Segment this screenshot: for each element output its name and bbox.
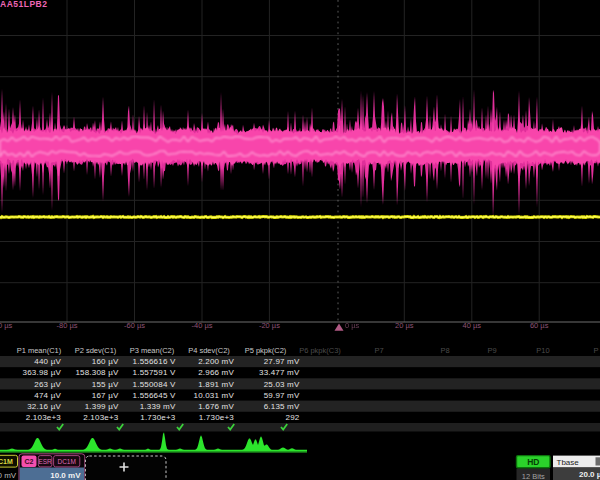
svg-text:P5 pkpk(C2): P5 pkpk(C2)	[245, 346, 287, 355]
svg-text:C2: C2	[25, 458, 34, 465]
svg-text:27.97 mV: 27.97 mV	[264, 357, 300, 366]
svg-text:363.98 µV: 363.98 µV	[23, 368, 62, 377]
svg-text:25.03 mV: 25.03 mV	[264, 380, 300, 389]
svg-text:440 µV: 440 µV	[34, 357, 61, 366]
svg-text:59.97 mV: 59.97 mV	[264, 391, 300, 400]
svg-text:-100 µs: -100 µs	[0, 321, 13, 330]
svg-text:1.556616 V: 1.556616 V	[133, 357, 176, 366]
svg-text:0 µs: 0 µs	[345, 321, 360, 330]
svg-text:1.339 mV: 1.339 mV	[140, 402, 176, 411]
svg-text:158.308 µV: 158.308 µV	[75, 368, 119, 377]
svg-text:2.966 mV: 2.966 mV	[198, 368, 234, 377]
svg-text:292: 292	[286, 413, 300, 422]
svg-text:-60 µs: -60 µs	[124, 321, 145, 330]
svg-text:P6 pkpk(C3): P6 pkpk(C3)	[299, 346, 341, 355]
svg-text:-20 µs: -20 µs	[259, 321, 280, 330]
svg-text:60 µs: 60 µs	[530, 321, 549, 330]
svg-text:P: P	[593, 346, 598, 355]
svg-text:2.200 mV: 2.200 mV	[198, 357, 234, 366]
svg-text:1.730e+3: 1.730e+3	[199, 413, 235, 422]
svg-text:P4 sdev(C2): P4 sdev(C2)	[188, 346, 230, 355]
svg-text:1.676 mV: 1.676 mV	[198, 402, 234, 411]
svg-text:P9: P9	[487, 346, 496, 355]
svg-text:263 µV: 263 µV	[34, 380, 61, 389]
svg-text:-80 µs: -80 µs	[57, 321, 78, 330]
svg-text:ESR: ESR	[38, 458, 52, 465]
svg-text:155 µV: 155 µV	[92, 380, 119, 389]
svg-text:10.0 mV: 10.0 mV	[50, 471, 81, 480]
svg-text:167 µV: 167 µV	[92, 391, 119, 400]
svg-text:P8: P8	[440, 346, 449, 355]
svg-text:1.556645 V: 1.556645 V	[133, 391, 176, 400]
svg-text:32.16 µV: 32.16 µV	[27, 402, 61, 411]
svg-text:10.031 mV: 10.031 mV	[194, 391, 235, 400]
svg-text:1.891 mV: 1.891 mV	[198, 380, 234, 389]
svg-text:P1 mean(C1): P1 mean(C1)	[17, 346, 62, 355]
svg-text:20 µs: 20 µs	[395, 321, 414, 330]
svg-text:12 Bits: 12 Bits	[522, 472, 545, 480]
svg-text:DC1M: DC1M	[0, 458, 13, 465]
svg-text:P3 mean(C2): P3 mean(C2)	[130, 346, 175, 355]
svg-text:1.557591 V: 1.557591 V	[133, 368, 176, 377]
svg-text:P10: P10	[536, 346, 549, 355]
svg-text:1.399 µV: 1.399 µV	[85, 402, 119, 411]
svg-text:0 mV: 0 mV	[0, 471, 17, 480]
svg-text:160 µV: 160 µV	[92, 357, 119, 366]
svg-text:20.0 µs: 20.0 µs	[579, 470, 600, 479]
svg-text:40 µs: 40 µs	[463, 321, 482, 330]
svg-text:2.103e+3: 2.103e+3	[83, 413, 119, 422]
svg-text:33.477 mV: 33.477 mV	[259, 368, 300, 377]
svg-text:P2 sdev(C1): P2 sdev(C1)	[75, 346, 117, 355]
svg-text:2.103e+3: 2.103e+3	[26, 413, 62, 422]
svg-text:6.135 mV: 6.135 mV	[264, 402, 300, 411]
svg-text:-40 µs: -40 µs	[192, 321, 213, 330]
svg-text:1.550084 V: 1.550084 V	[133, 380, 176, 389]
svg-text:DC1M: DC1M	[57, 458, 75, 465]
svg-text:Tbase: Tbase	[557, 458, 580, 467]
svg-text:HD: HD	[527, 457, 539, 467]
svg-text:AA51LPB2: AA51LPB2	[0, 0, 47, 9]
svg-text:1.730e+3: 1.730e+3	[140, 413, 176, 422]
svg-text:P7: P7	[374, 346, 383, 355]
svg-text:474 µV: 474 µV	[34, 391, 61, 400]
